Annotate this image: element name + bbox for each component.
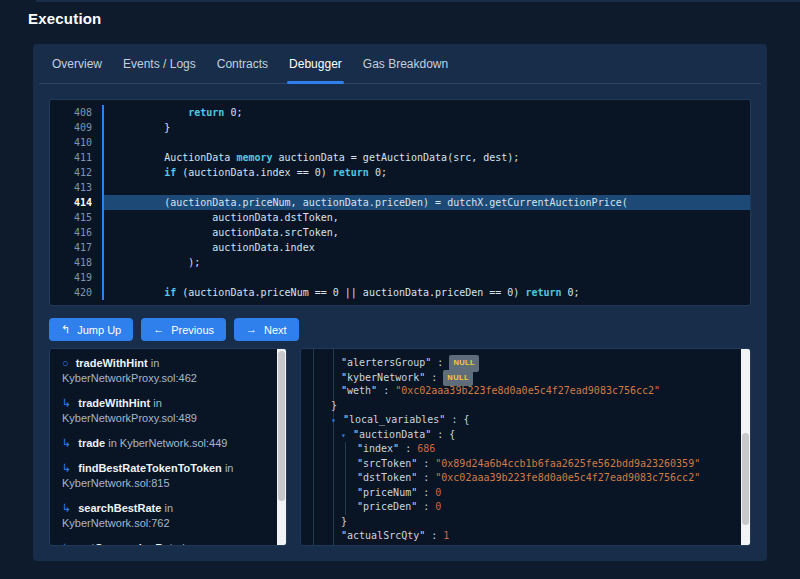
expand-caret-icon[interactable]: ▾ xyxy=(331,414,343,429)
line-number: 417 xyxy=(50,240,102,255)
call-stack-panel: ○tradeWithHint in KyberNetworkProxy.sol:… xyxy=(49,348,287,546)
call-stack-scrollbar[interactable] xyxy=(277,349,286,545)
code-text: auctionData.dstToken, xyxy=(102,210,750,225)
button-label: Jump Up xyxy=(77,324,121,336)
scrollbar-thumb[interactable] xyxy=(278,351,285,501)
code-text xyxy=(102,270,750,285)
code-token: ); xyxy=(116,257,200,268)
key-separator: : xyxy=(399,443,417,454)
call-stack-item[interactable]: ↳searchBestRate in KyberNetwork.sol:762 xyxy=(62,501,270,531)
code-text: if (auctionData.index == 0) return 0; xyxy=(102,165,750,180)
state-line: "weth" : "0xc02aaa39b223fe8d0a0e5c4f27ea… xyxy=(301,384,750,399)
brace: } xyxy=(341,516,347,527)
code-line: 411 AuctionData memory auctionData = get… xyxy=(50,150,750,165)
code-text: auctionData.index xyxy=(102,240,750,255)
line-number: 415 xyxy=(50,210,102,225)
state-variables-tree: "alertersGroup" : NULL"kyberNetwork" : N… xyxy=(301,349,750,544)
code-token: auctionData = getAuctionData(src, dest); xyxy=(273,152,520,163)
debugger-controls: ↰Jump Up←Previous→Next xyxy=(49,318,299,341)
line-number: 408 xyxy=(50,105,102,120)
scrollbar-thumb[interactable] xyxy=(742,433,749,525)
key-separator: : xyxy=(377,385,395,396)
arrow-right-icon: → xyxy=(246,324,257,335)
state-key: "alertersGroup" xyxy=(341,357,431,368)
page-title: Execution xyxy=(28,10,101,27)
key-separator: : xyxy=(431,429,449,440)
state-key: "index" xyxy=(357,443,399,454)
key-separator: : xyxy=(445,414,463,425)
state-key: "kyberNetwork" xyxy=(341,372,425,383)
code-keyword: memory xyxy=(236,152,272,163)
state-line: "priceDen" : 0 xyxy=(301,500,750,515)
code-line: 413 xyxy=(50,180,750,195)
code-line: 412 if (auctionData.index == 0) return 0… xyxy=(50,165,750,180)
state-key: "priceDen" xyxy=(357,501,417,512)
state-line: "dstToken" : "0xc02aaa39b223fe8d0a0e5c4f… xyxy=(301,471,750,486)
key-separator: : xyxy=(425,530,443,541)
line-number: 410 xyxy=(50,135,102,150)
code-token: (auctionData.priceNum, auctionData.price… xyxy=(116,197,628,208)
state-key: "weth" xyxy=(341,385,377,396)
state-line: "srcToken" : "0x89d24a6b4ccb1b6faa2625fe… xyxy=(301,457,750,472)
code-lines: 408 return 0;409 }410411 AuctionData mem… xyxy=(50,105,750,300)
code-token: 0; xyxy=(369,167,387,178)
tab-contracts[interactable]: Contracts xyxy=(217,44,268,83)
code-text: ); xyxy=(102,255,750,270)
code-token: } xyxy=(116,122,170,133)
state-variables-scrollbar[interactable] xyxy=(741,349,750,545)
next-button[interactable]: →Next xyxy=(234,318,299,341)
call-stack-item[interactable]: ↳tradeWithHint in KyberNetworkProxy.sol:… xyxy=(62,396,270,426)
source-code-panel: 408 return 0;409 }410411 AuctionData mem… xyxy=(49,99,751,306)
code-line: 418 ); xyxy=(50,255,750,270)
step-into-arrow-icon: ↳ xyxy=(62,462,71,474)
state-key: "auctionData" xyxy=(353,429,431,440)
line-number: 419 xyxy=(50,270,102,285)
code-line: 409 } xyxy=(50,120,750,135)
function-name: tradeWithHint xyxy=(78,397,150,409)
key-separator: : xyxy=(417,458,435,469)
code-keyword: return xyxy=(333,167,369,178)
tab-gas-breakdown[interactable]: Gas Breakdown xyxy=(363,44,448,83)
state-line: } xyxy=(301,399,750,414)
arrow-left-icon: ← xyxy=(153,324,164,335)
key-separator: : xyxy=(417,487,435,498)
state-value: "0x89d24a6b4ccb1b6faa2625fe562bdd9a23260… xyxy=(435,458,700,469)
code-line: 408 return 0; xyxy=(50,105,750,120)
state-line: "alertersGroup" : NULL xyxy=(301,355,750,370)
state-value: 686 xyxy=(417,443,435,454)
line-number: 409 xyxy=(50,120,102,135)
code-token xyxy=(116,167,164,178)
code-token: (auctionData.index == 0) xyxy=(176,167,333,178)
code-keyword: if xyxy=(164,287,176,298)
state-line: "kyberNetwork" : NULL xyxy=(301,370,750,385)
code-text: auctionData.srcToken, xyxy=(102,225,750,240)
key-separator: : xyxy=(417,472,435,483)
code-token: (auctionData.priceNum == 0 || auctionDat… xyxy=(176,287,525,298)
code-line: 414 (auctionData.priceNum, auctionData.p… xyxy=(50,195,750,210)
code-token: auctionData.srcToken, xyxy=(116,227,339,238)
tab-debugger[interactable]: Debugger xyxy=(289,44,342,83)
expand-caret-icon[interactable]: ▾ xyxy=(341,429,353,444)
key-separator: : xyxy=(431,357,449,368)
call-stack-item[interactable]: ↳findBestRateTokenToToken in KyberNetwor… xyxy=(62,461,270,491)
state-line: ▾"local_variables" : { xyxy=(301,413,750,428)
line-number: 413 xyxy=(50,180,102,195)
key-separator: : xyxy=(425,372,443,383)
state-value: "0xc02aaa39b223fe8d0a0e5c4f27ead9083c756… xyxy=(435,472,700,483)
brace: { xyxy=(463,414,469,425)
tab-overview[interactable]: Overview xyxy=(52,44,102,83)
state-key: "actualSrcQty" xyxy=(341,530,425,541)
code-keyword: if xyxy=(164,167,176,178)
state-key: "dstToken" xyxy=(357,472,417,483)
state-line: "actualSrcQty" : 1 xyxy=(301,529,750,544)
previous-button[interactable]: ←Previous xyxy=(141,318,226,341)
code-keyword: return xyxy=(525,287,561,298)
tab-events-logs[interactable]: Events / Logs xyxy=(123,44,196,83)
line-number: 418 xyxy=(50,255,102,270)
line-number: 420 xyxy=(50,285,102,300)
code-line: 416 auctionData.srcToken, xyxy=(50,225,750,240)
call-stack-item[interactable]: ↳getConversionRate in KyberNetwork.sol:7… xyxy=(62,541,270,546)
jump-up-button[interactable]: ↰Jump Up xyxy=(49,318,133,341)
call-stack-item[interactable]: ↳trade in KyberNetwork.sol:449 xyxy=(62,436,270,451)
call-stack-item[interactable]: ○tradeWithHint in KyberNetworkProxy.sol:… xyxy=(62,356,270,386)
